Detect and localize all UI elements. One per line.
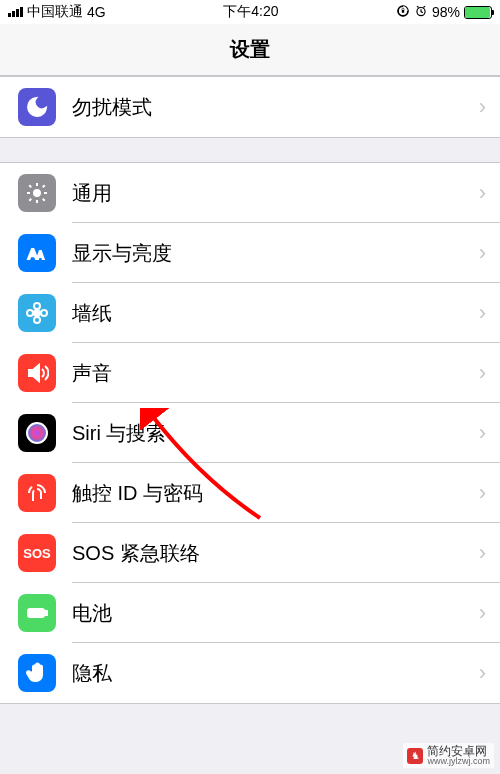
row-label: 显示与亮度 xyxy=(72,240,479,267)
row-display[interactable]: AA 显示与亮度 › xyxy=(0,223,500,283)
row-label: 通用 xyxy=(72,180,479,207)
row-label: 电池 xyxy=(72,600,479,627)
carrier-label: 中国联通 xyxy=(27,3,83,21)
row-sound[interactable]: 声音 › xyxy=(0,343,500,403)
battery-icon xyxy=(464,6,492,19)
nav-header: 设置 xyxy=(0,24,500,76)
gear-icon xyxy=(18,174,56,212)
row-label: 墙纸 xyxy=(72,300,479,327)
svg-rect-14 xyxy=(45,611,47,615)
watermark-url: www.jylzwj.com xyxy=(427,757,490,766)
watermark: ♞ 简约安卓网 www.jylzwj.com xyxy=(403,743,494,768)
row-sos[interactable]: SOS SOS 紧急联络 › xyxy=(0,523,500,583)
lock-icon xyxy=(396,4,410,21)
svg-point-7 xyxy=(34,303,40,309)
chevron-right-icon: › xyxy=(479,540,486,566)
alarm-icon xyxy=(414,4,428,21)
chevron-right-icon: › xyxy=(479,480,486,506)
row-label: 隐私 xyxy=(72,660,479,687)
svg-point-11 xyxy=(27,423,47,443)
signal-icon xyxy=(8,7,23,17)
svg-text:A: A xyxy=(37,250,44,261)
siri-icon xyxy=(18,414,56,452)
clock: 下午4:20 xyxy=(223,3,278,21)
svg-point-8 xyxy=(34,317,40,323)
chevron-right-icon: › xyxy=(479,240,486,266)
row-dnd[interactable]: 勿扰模式 › xyxy=(0,77,500,137)
row-siri[interactable]: Siri 与搜索 › xyxy=(0,403,500,463)
chevron-right-icon: › xyxy=(479,600,486,626)
row-label: 声音 xyxy=(72,360,479,387)
network-label: 4G xyxy=(87,4,106,20)
page-title: 设置 xyxy=(230,36,270,63)
svg-rect-13 xyxy=(28,609,44,617)
row-label: 触控 ID 与密码 xyxy=(72,480,479,507)
svg-point-9 xyxy=(27,310,33,316)
battery-pct: 98% xyxy=(432,4,460,20)
row-privacy[interactable]: 隐私 › xyxy=(0,643,500,703)
moon-icon xyxy=(18,88,56,126)
settings-group: 勿扰模式 › xyxy=(0,76,500,138)
status-bar: 中国联通 4G 下午4:20 98% xyxy=(0,0,500,24)
row-battery[interactable]: 电池 › xyxy=(0,583,500,643)
row-label: 勿扰模式 xyxy=(72,94,479,121)
flower-icon xyxy=(18,294,56,332)
hand-icon xyxy=(18,654,56,692)
chevron-right-icon: › xyxy=(479,180,486,206)
chevron-right-icon: › xyxy=(479,300,486,326)
svg-text:SOS: SOS xyxy=(23,546,51,561)
svg-point-10 xyxy=(41,310,47,316)
svg-point-3 xyxy=(34,190,40,196)
row-wallpaper[interactable]: 墙纸 › xyxy=(0,283,500,343)
chevron-right-icon: › xyxy=(479,94,486,120)
android-icon: ♞ xyxy=(407,748,423,764)
row-touchid[interactable]: 触控 ID 与密码 › xyxy=(0,463,500,523)
text-size-icon: AA xyxy=(18,234,56,272)
sos-icon: SOS xyxy=(18,534,56,572)
battery-icon xyxy=(18,594,56,632)
svg-rect-1 xyxy=(402,9,404,12)
row-label: Siri 与搜索 xyxy=(72,420,479,447)
svg-point-6 xyxy=(34,310,40,316)
chevron-right-icon: › xyxy=(479,420,486,446)
speaker-icon xyxy=(18,354,56,392)
settings-group: 通用 › AA 显示与亮度 › 墙纸 › 声音 › Siri 与搜索 › 触控 … xyxy=(0,162,500,704)
row-general[interactable]: 通用 › xyxy=(0,163,500,223)
chevron-right-icon: › xyxy=(479,660,486,686)
chevron-right-icon: › xyxy=(479,360,486,386)
fingerprint-icon xyxy=(18,474,56,512)
row-label: SOS 紧急联络 xyxy=(72,540,479,567)
